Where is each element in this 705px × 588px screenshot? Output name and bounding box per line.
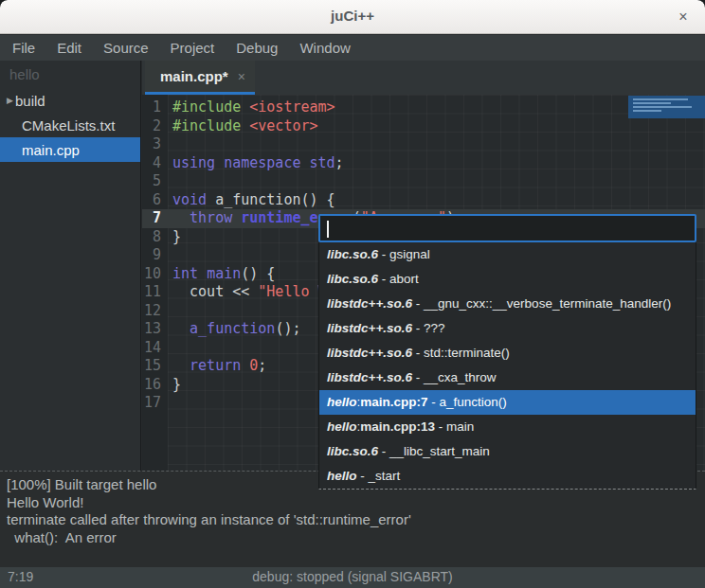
- frame-separator: -: [435, 419, 446, 434]
- expander-icon[interactable]: ▶: [0, 96, 15, 105]
- line-number: 17: [142, 394, 168, 413]
- frame-library: libstdc++.so.6: [327, 370, 412, 384]
- frame-separator: -: [412, 346, 424, 360]
- code-text: [168, 339, 172, 358]
- code-token: std: [310, 154, 335, 171]
- menu-item-source[interactable]: Source: [95, 35, 157, 61]
- menu-item-edit[interactable]: Edit: [48, 35, 90, 61]
- backtrace-item[interactable]: hello - _start: [319, 464, 696, 489]
- backtrace-item[interactable]: libstdc++.so.6 - std::terminate(): [319, 341, 696, 365]
- menu-item-debug[interactable]: Debug: [227, 35, 286, 61]
- backtrace-filter-input[interactable]: [318, 214, 696, 242]
- line-number: 11: [142, 283, 168, 302]
- debug-status: debug: stopped (signal SIGABRT): [0, 569, 705, 584]
- code-token: ;: [335, 154, 344, 171]
- frame-symbol: a_function(): [440, 395, 507, 409]
- code-line: 4using namespace std;: [142, 154, 705, 173]
- code-token: }: [172, 376, 181, 393]
- code-token: throw: [190, 209, 232, 226]
- output-line: Hello World!: [7, 494, 698, 512]
- backtrace-popup: libc.so.6 - gsignallibc.so.6 - abortlibs…: [318, 214, 696, 490]
- status-bar: 7:19 debug: stopped (signal SIGABRT): [0, 567, 705, 588]
- code-token: return: [190, 357, 241, 374]
- sidebar-item-build[interactable]: ▶build: [0, 88, 140, 113]
- sidebar-item-label: CMakeLists.txt: [22, 117, 115, 134]
- frame-library: hello: [327, 419, 357, 434]
- code-token: [215, 154, 224, 171]
- title-bar: juCi++ ×: [0, 0, 705, 34]
- sidebar-item-label: build: [15, 93, 45, 109]
- code-token: [241, 357, 249, 374]
- code-token: #include: [172, 117, 241, 134]
- frame-symbol: std::terminate(): [424, 346, 510, 360]
- line-number: 1: [142, 98, 168, 117]
- frame-symbol: __gnu_cxx::__verbose_terminate_handler(): [424, 296, 671, 311]
- backtrace-item[interactable]: libstdc++.so.6 - ???: [319, 316, 696, 341]
- menu-item-project[interactable]: Project: [162, 35, 224, 61]
- backtrace-item[interactable]: hello:main.cpp:7 - a_function(): [319, 390, 696, 415]
- code-text: int main() {: [168, 265, 275, 284]
- backtrace-item[interactable]: hello:main.cpp:13 - main: [319, 415, 696, 439]
- close-icon[interactable]: ×: [673, 7, 694, 27]
- line-number: 13: [142, 320, 168, 339]
- code-text: return 0;: [168, 357, 266, 376]
- frame-library: libc.so.6: [327, 444, 378, 458]
- code-token: "Hello W: [258, 283, 326, 300]
- frame-library: libc.so.6: [327, 247, 378, 261]
- tab-bar: main.cpp* ×: [142, 61, 705, 95]
- line-number: 9: [142, 246, 168, 265]
- code-text: [168, 172, 172, 191]
- code-token: ();: [275, 320, 300, 337]
- code-token: <iostream>: [249, 98, 334, 116]
- backtrace-item[interactable]: libstdc++.so.6 - __cxa_throw: [319, 365, 696, 390]
- line-number: 4: [142, 154, 168, 173]
- backtrace-list: libc.so.6 - gsignallibc.so.6 - abortlibs…: [318, 242, 696, 490]
- menu-item-file[interactable]: File: [4, 35, 44, 61]
- frame-symbol: gsignal: [389, 247, 430, 261]
- backtrace-item[interactable]: libc.so.6 - abort: [319, 267, 696, 292]
- sidebar-item-main-cpp[interactable]: main.cpp: [0, 137, 140, 162]
- code-token: #include: [172, 98, 241, 116]
- tooltip-text-line: [633, 102, 671, 104]
- code-line: 2#include <vector>: [142, 117, 705, 136]
- code-text: [168, 135, 172, 154]
- tab-main-cpp[interactable]: main.cpp* ×: [145, 61, 255, 95]
- code-token: [241, 98, 249, 116]
- code-token: <vector>: [249, 117, 317, 134]
- code-text: using namespace std;: [168, 154, 344, 173]
- frame-separator: -: [378, 247, 389, 261]
- code-text: }: [168, 228, 181, 247]
- frame-location: main.cpp:7: [360, 395, 427, 409]
- file-tree: ▶buildCMakeLists.txtmain.cpp: [0, 88, 140, 162]
- code-text: cout << "Hello W: [168, 283, 327, 302]
- menu-item-window[interactable]: Window: [291, 35, 358, 61]
- text-caret: [327, 221, 329, 238]
- frame-separator: -: [378, 272, 389, 286]
- line-number: 15: [142, 357, 168, 376]
- backtrace-item[interactable]: libc.so.6 - __libc_start_main: [319, 439, 696, 464]
- line-number: 12: [142, 302, 168, 321]
- backtrace-item[interactable]: libc.so.6 - gsignal: [319, 242, 696, 267]
- code-token: void: [172, 191, 207, 208]
- tooltip-text-line: [633, 106, 692, 108]
- code-token: main: [207, 265, 241, 282]
- code-token: a_function: [190, 320, 275, 337]
- line-number: 2: [142, 117, 168, 136]
- frame-separator: -: [412, 321, 424, 335]
- code-token: 0: [249, 357, 258, 374]
- code-token: [172, 357, 190, 374]
- frame-symbol: _start: [369, 469, 401, 483]
- code-token: [232, 209, 241, 226]
- tab-label: main.cpp*: [160, 68, 228, 84]
- sidebar-item-cmakelists-txt[interactable]: CMakeLists.txt: [0, 113, 140, 137]
- code-text: [168, 246, 172, 265]
- line-number: 3: [142, 135, 168, 154]
- backtrace-item[interactable]: libstdc++.so.6 - __gnu_cxx::__verbose_te…: [319, 292, 696, 316]
- frame-location: main.cpp:13: [360, 419, 435, 434]
- frame-library: libstdc++.so.6: [327, 321, 412, 335]
- code-token: a_function() {: [207, 191, 334, 208]
- tab-close-icon[interactable]: ×: [238, 69, 245, 84]
- frame-symbol: main: [446, 419, 474, 434]
- project-sidebar: hello ▶buildCMakeLists.txtmain.cpp: [0, 61, 141, 471]
- code-token: cout <<: [172, 283, 258, 300]
